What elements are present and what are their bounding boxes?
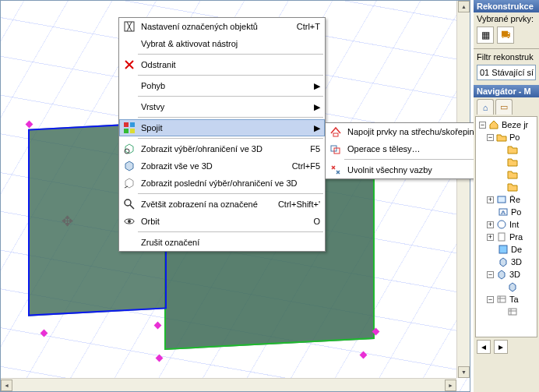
- tree-label: Ta: [509, 295, 519, 304]
- menu-separator: [344, 159, 495, 160]
- tree-label: 3D: [509, 270, 520, 279]
- tree-expander-icon[interactable]: −: [487, 296, 494, 303]
- tree-label: Beze jr: [502, 120, 528, 129]
- menu-item-label: Odstranit: [141, 60, 320, 69]
- navigator-tree[interactable]: −Beze jr−Po+ŘePo+Int+PraDe3D−3D−Ta: [475, 116, 537, 337]
- tree-expander-icon[interactable]: +: [487, 221, 494, 228]
- menu-item[interactable]: Zrušit označení: [119, 234, 325, 251]
- svg-rect-13: [499, 209, 507, 215]
- delete-icon: [122, 58, 136, 72]
- folder-icon: [507, 157, 518, 168]
- tree-row[interactable]: De: [476, 243, 537, 256]
- menu-item[interactable]: Operace s tělesy…: [326, 140, 497, 157]
- scroll-down-icon[interactable]: ▼: [458, 366, 470, 378]
- release-icon: [329, 163, 343, 177]
- menu-item[interactable]: Vrstvy▶: [119, 98, 325, 115]
- solids-icon: [329, 142, 343, 156]
- filter-combo[interactable]: 01 Stávající sí: [477, 65, 536, 80]
- menu-item[interactable]: Vybrat & aktivovat nástroj: [119, 35, 325, 52]
- menu-item[interactable]: Nastavení označených objektůCtrl+T: [119, 18, 325, 35]
- menu-item[interactable]: Napojit prvky na střechu/skořepinu: [326, 123, 497, 140]
- scrollbar-vertical[interactable]: ▲ ▼: [456, 1, 470, 378]
- menu-item[interactable]: Spojit▶: [119, 119, 325, 136]
- sect-icon: [496, 194, 507, 205]
- showlast3d-icon: [122, 176, 136, 190]
- tree-expander-icon[interactable]: −: [487, 271, 494, 278]
- menu-separator: [138, 117, 323, 118]
- scroll-up-icon[interactable]: ▲: [458, 1, 470, 12]
- tab-icon: [507, 306, 518, 317]
- menu-item-accel: Ctrl+F5: [292, 161, 320, 171]
- panel-title-rekonstrukce: Rekonstrukce: [474, 0, 539, 12]
- orbit-icon: [122, 214, 136, 228]
- pick-cursor-icon: ✥: [62, 213, 73, 230]
- svg-rect-17: [498, 296, 506, 302]
- tree-expander-icon[interactable]: +: [487, 234, 494, 241]
- menu-item[interactable]: Odstranit: [119, 56, 325, 73]
- menu-item-label: Napojit prvky na střechu/skořepinu: [347, 127, 492, 136]
- tree-row[interactable]: [476, 143, 537, 156]
- scrollbar-horizontal[interactable]: ◄ ►: [1, 378, 456, 391]
- tool-bulldozer-icon[interactable]: ⛟: [497, 26, 514, 44]
- right-dock: Rekonstrukce Vybrané prvky: ▦ ⛟ Filtr re…: [474, 0, 539, 392]
- blank-icon: [122, 100, 136, 114]
- context-menu: Nastavení označených objektůCtrl+TVybrat…: [118, 17, 326, 252]
- tree-label: Po: [509, 132, 520, 142]
- menu-item-label: Zvětšit zobrazení na označené: [141, 200, 273, 209]
- tree-label: 3D: [511, 257, 522, 267]
- det-icon: [498, 244, 509, 255]
- menu-item[interactable]: Uvolnit všechny vazby: [326, 161, 497, 178]
- tree-btn-right-icon[interactable]: ▸: [494, 340, 508, 354]
- tree-row[interactable]: +Int: [476, 218, 537, 231]
- menu-item-accel: Ctrl+T: [297, 22, 320, 31]
- tree-row[interactable]: +Ře: [476, 193, 537, 206]
- scroll-left-icon[interactable]: ◄: [1, 380, 12, 391]
- tree-row[interactable]: −Beze jr: [476, 118, 537, 131]
- tree-row[interactable]: −3D: [476, 268, 537, 281]
- menu-item-accel: F5: [310, 144, 320, 154]
- submenu-arrow-icon: ▶: [314, 102, 320, 112]
- menu-item[interactable]: Zvětšit zobrazení na označenéCtrl+Shift+…: [119, 196, 325, 213]
- sheet-icon: [496, 231, 507, 242]
- svg-rect-15: [498, 233, 505, 241]
- tree-expander-icon[interactable]: −: [479, 122, 486, 129]
- menu-item[interactable]: Zobrazit poslední výběr/ohraničení ve 3D: [119, 175, 325, 192]
- tree-row[interactable]: [476, 281, 537, 293]
- menu-item[interactable]: Pohyb▶: [119, 77, 325, 94]
- menu-item-label: Operace s tělesy…: [347, 144, 492, 154]
- int-icon: [496, 219, 507, 230]
- tree-row[interactable]: [476, 168, 537, 181]
- panel-label: Vybrané prvky:: [474, 12, 539, 25]
- tree-row[interactable]: [476, 305, 537, 318]
- nav-tab-project-icon[interactable]: ⌂: [477, 99, 494, 115]
- svg-point-6: [125, 200, 131, 206]
- tool-grid-icon[interactable]: ▦: [477, 26, 494, 44]
- tree-label: Ře: [509, 195, 520, 204]
- tree-row[interactable]: 3D: [476, 256, 537, 268]
- menu-item[interactable]: OrbitO: [119, 213, 325, 230]
- show3d-icon: [122, 142, 136, 156]
- tree-expander-icon[interactable]: +: [487, 196, 494, 203]
- roof-icon: [329, 125, 343, 139]
- folder-icon: [507, 182, 518, 192]
- tree-label: Po: [511, 207, 521, 217]
- menu-separator: [138, 96, 323, 97]
- menu-item[interactable]: Zobrazit výběr/ohraničení ve 3DF5: [119, 140, 325, 157]
- tree-btn-left-icon[interactable]: ◂: [477, 340, 491, 354]
- tree-expander-icon[interactable]: −: [487, 134, 494, 141]
- tree-row[interactable]: [476, 181, 537, 193]
- menu-item-label: Zobrazit vše ve 3D: [141, 161, 287, 171]
- menu-item-label: Orbit: [141, 217, 308, 226]
- tree-row[interactable]: [476, 156, 537, 168]
- scroll-right-icon[interactable]: ►: [445, 380, 456, 391]
- tree-row[interactable]: +Pra: [476, 231, 537, 243]
- svg-point-14: [498, 221, 506, 228]
- tree-row[interactable]: −Po: [476, 131, 537, 143]
- menu-item[interactable]: Zobrazit vše ve 3DCtrl+F5: [119, 157, 325, 175]
- submenu-spojit: Napojit prvky na střechu/skořepinuOperac…: [325, 122, 498, 179]
- nav-tab-views-icon[interactable]: ▭: [495, 99, 513, 115]
- tree-row[interactable]: −Ta: [476, 293, 537, 305]
- menu-separator: [138, 54, 323, 55]
- tree-row[interactable]: Po: [476, 206, 537, 218]
- svg-rect-9: [333, 133, 338, 136]
